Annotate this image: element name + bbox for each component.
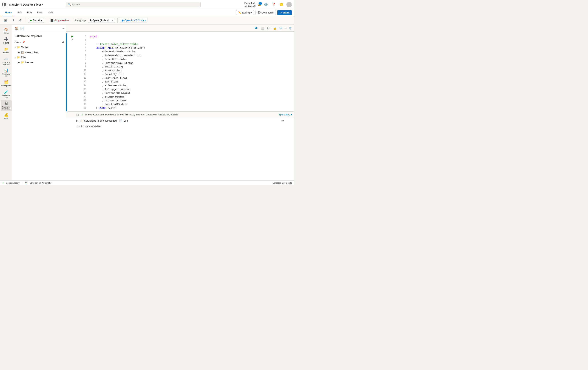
spark-sql-label[interactable]: Spark SQL ▾ bbox=[279, 113, 292, 116]
tables-section[interactable]: ▾ 📁 Tables bbox=[12, 45, 66, 50]
nav-label: Monitoring hub bbox=[1, 73, 11, 77]
chat-icon[interactable]: 💬 bbox=[266, 26, 271, 30]
sales-icon: 💰 bbox=[4, 113, 8, 117]
save-icon: 💾 bbox=[25, 181, 27, 184]
gear-button[interactable]: ⚙ bbox=[18, 18, 23, 23]
notifications-button[interactable]: 🔔 32 bbox=[258, 3, 261, 6]
cell-container: ▶ ▾ 1 %%sql 2 bbox=[66, 33, 294, 111]
stop-icon: ⬛ bbox=[50, 19, 53, 22]
files-section[interactable]: ▾ 📁 Files bbox=[12, 55, 66, 60]
feedback-icon[interactable]: 🙂 bbox=[279, 2, 284, 7]
expand-arrow: ▶ bbox=[18, 51, 20, 54]
search-icon: 🔍 bbox=[68, 3, 71, 6]
fabric-trial: Fabric Trial: 59 days left bbox=[244, 2, 255, 7]
search-input[interactable] bbox=[72, 3, 199, 6]
no-data-label: No data available bbox=[81, 125, 101, 128]
code-line-3: 3 -- Create sales_silver table bbox=[80, 42, 292, 46]
comment-icon: 💬 bbox=[258, 11, 261, 14]
language-selector[interactable]: PySpark (Python) ▾ bbox=[88, 18, 115, 23]
code-line-18: 18 , CreatedTS date bbox=[80, 99, 292, 102]
delete-cell-button[interactable]: 🗑️ bbox=[289, 27, 292, 30]
tab-view[interactable]: View bbox=[45, 9, 56, 16]
sidebar-item-monitoring[interactable]: 📊 Monitoring hub bbox=[1, 67, 11, 78]
asterisk-icon[interactable]: ❄️ bbox=[278, 26, 283, 30]
lakehouse-panel: 🏠 📄 « Lakehouse explorer Sales 📌 ⇄ ▾ 📁 T… bbox=[12, 25, 66, 180]
home-icon: 🏠 bbox=[4, 27, 8, 32]
expand-arrow[interactable]: ▶ bbox=[76, 120, 78, 122]
code-line-7: 7 , OrderDate date bbox=[80, 57, 292, 61]
cell-body: 1 %%sql 2 3 -- Create sales_silver table bbox=[77, 33, 294, 111]
top-bar: Transform Data for Silver ▾ 🔍 Fabric Tri… bbox=[0, 0, 294, 9]
more-options-button[interactable]: ••• bbox=[281, 119, 284, 122]
sidebar-item-browse[interactable]: 📁 Browse bbox=[1, 46, 11, 55]
app-title[interactable]: Transform Data for Silver ▾ bbox=[9, 3, 43, 6]
more-options-button[interactable]: ••• bbox=[284, 27, 287, 30]
sidebar-item-medallion[interactable]: 🧪 Medallion Lab bbox=[1, 89, 11, 100]
status-ok-icon: ✓ bbox=[81, 113, 83, 116]
run-all-button[interactable]: ▶ Run all ▾ bbox=[28, 18, 44, 23]
divider bbox=[26, 18, 26, 23]
open-vscode-button[interactable]: ◉ Open in VS Code ▾ bbox=[120, 18, 147, 23]
chevron-down-icon: ▾ bbox=[112, 19, 113, 21]
transform-icon: 📓 bbox=[4, 101, 8, 106]
lakehouse-home-icon[interactable]: 🏠 bbox=[15, 27, 19, 30]
app-launcher[interactable] bbox=[2, 3, 7, 6]
session-ready-label: Session ready bbox=[6, 182, 20, 184]
sidebar-item-create[interactable]: ➕ Create bbox=[1, 36, 11, 45]
top-right: Fabric Trial: 59 days left 🔔 32 ⚙️ ❓ 🙂 bbox=[244, 2, 292, 7]
code-line-4: 4 CREATE TABLE sales.sales_silver ( bbox=[80, 46, 292, 50]
code-line-15: 15 , IsFlagged boolean bbox=[80, 87, 292, 91]
sidebar-item-sales[interactable]: 💰 Sales bbox=[1, 112, 11, 121]
sidebar-item-home[interactable]: 🏠 Home bbox=[1, 26, 11, 35]
comments-button[interactable]: 💬 Comments bbox=[255, 10, 276, 15]
lakehouse-file-icon[interactable]: 📄 bbox=[20, 27, 24, 30]
code-editor[interactable]: 1 %%sql 2 3 -- Create sales_silver table bbox=[80, 33, 292, 111]
editing-button[interactable]: ✏️ Editing ▾ bbox=[236, 10, 254, 15]
code-line-14: 14 , FileName string bbox=[80, 84, 292, 88]
help-icon[interactable]: ❓ bbox=[271, 2, 276, 7]
collapse-panel-button[interactable]: « bbox=[62, 27, 64, 30]
nav-label: Workspaces bbox=[1, 85, 11, 87]
bronze-item[interactable]: ▶ 📁 bronze bbox=[12, 60, 66, 65]
settings-icon[interactable]: ⚙️ bbox=[263, 2, 269, 7]
avatar[interactable] bbox=[286, 2, 292, 7]
spark-jobs-label: Spark jobs (3 of 3 succeeded) bbox=[84, 119, 117, 122]
chevron-down-icon: ▾ bbox=[145, 19, 146, 21]
stop-session-button[interactable]: ⬛ Stop session bbox=[49, 18, 70, 23]
spark-jobs-row[interactable]: ▶ 📋 Spark jobs (3 of 3 succeeded) 📄 Log … bbox=[66, 118, 294, 124]
share-button[interactable]: ↗ Share bbox=[277, 10, 292, 15]
pin-icon[interactable]: 📌 bbox=[22, 41, 25, 43]
notebook-icon-button[interactable]: 📓 bbox=[2, 18, 9, 23]
sidebar-item-workspaces[interactable]: 🗂️ Workspaces bbox=[1, 79, 11, 88]
status-bar: ● Session ready | 💾 Save option: Automat… bbox=[0, 180, 294, 185]
download-button[interactable]: ⬇ bbox=[10, 18, 16, 23]
search-bar[interactable]: 🔍 bbox=[66, 2, 201, 7]
nav-label: OneLake data hub bbox=[1, 61, 11, 65]
expand-cell-button[interactable]: ▾ bbox=[72, 39, 73, 41]
code-line-19: 19 , ModifiedTS date bbox=[80, 102, 292, 106]
ml-icon[interactable]: ML bbox=[254, 26, 259, 30]
sidebar-item-transform[interactable]: 📓 Transform Data for... bbox=[1, 100, 11, 111]
lock-icon[interactable]: 🔒 bbox=[273, 26, 277, 30]
notebook-area[interactable]: ▶ ▾ 1 %%sql 2 bbox=[66, 32, 294, 180]
code-line-6: 6 , SalesOrderLineNumber int bbox=[80, 54, 292, 57]
sidebar-item-onelake[interactable]: ☁️ OneLake data hub bbox=[1, 56, 11, 67]
vscode-icon: ◉ bbox=[122, 19, 124, 22]
expand-arrow: ▾ bbox=[15, 46, 16, 48]
tab-data[interactable]: Data bbox=[34, 9, 45, 16]
sales-silver-item[interactable]: ▶ 📋 sales_silver bbox=[12, 50, 66, 55]
code-line-16: 16 , CustomerID bigint bbox=[80, 91, 292, 95]
tab-edit[interactable]: Edit bbox=[15, 9, 24, 16]
code-line-12: 12 , UnitPrice float bbox=[80, 76, 292, 80]
divider4 bbox=[117, 18, 117, 23]
code-line-9: 9 , Email string bbox=[80, 65, 292, 69]
tab-home[interactable]: Home bbox=[2, 9, 15, 16]
ellipsis-icon: ••• bbox=[76, 124, 80, 128]
jobs-icon: 📋 bbox=[80, 119, 83, 122]
nav-label: Transform Data for... bbox=[1, 106, 11, 110]
expand-cell-icon[interactable]: ⬜ bbox=[261, 26, 265, 30]
run-cell-button[interactable]: ▶ bbox=[71, 35, 73, 38]
sync-icon[interactable]: ⇄ bbox=[62, 41, 64, 44]
cell-number: [7] bbox=[76, 113, 79, 116]
tab-run[interactable]: Run bbox=[24, 9, 34, 16]
